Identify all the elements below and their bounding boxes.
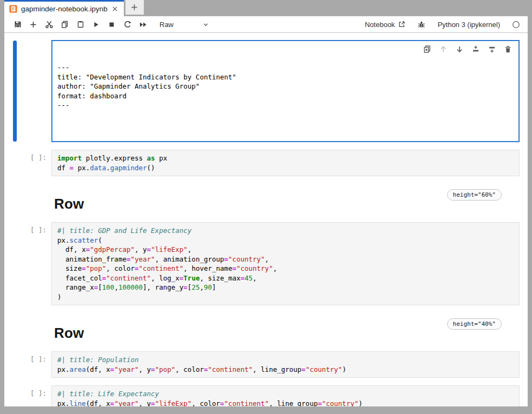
restart-kernel-icon — [123, 20, 132, 29]
interrupt-kernel-button[interactable] — [104, 17, 119, 31]
markdown-row-heading-2: Row height="40%" — [4, 318, 520, 342]
cell-scatter: [ ]: #| title: GDP and Life Expectancypx… — [4, 222, 520, 305]
cell-collapser[interactable] — [13, 150, 17, 176]
debugger-bug-icon — [417, 21, 425, 29]
cell-prompt: [ ]: — [4, 150, 51, 176]
cell-raw-frontmatter: ---title: "Development Indicators by Con… — [4, 40, 520, 142]
cell-editor-scatter[interactable]: #| title: GDP and Life Expectancypx.scat… — [51, 222, 520, 305]
notebook-file-icon — [9, 5, 17, 13]
jupyterlab-window: gapminder-notebook.ipynb — [0, 0, 532, 414]
duplicate-cell-button[interactable] — [423, 45, 431, 54]
cell-prompt — [4, 40, 51, 142]
cell-editor-area[interactable]: #| title: Populationpx.area(df, x="year"… — [51, 351, 520, 378]
insert-below-icon — [488, 45, 496, 54]
external-link-icon — [398, 21, 405, 28]
notebook-mode-label: Notebook — [365, 21, 395, 29]
insert-cell-button[interactable] — [25, 17, 41, 31]
delete-icon — [504, 45, 512, 54]
run-cell-button[interactable] — [88, 17, 104, 31]
new-tab-plus-icon — [130, 3, 138, 11]
kernel-status-circle-icon[interactable] — [512, 21, 520, 29]
cell-area: [ ]: #| title: Populationpx.area(df, x="… — [4, 351, 520, 378]
paste-cells-button[interactable] — [72, 17, 88, 31]
chevron-down-icon — [202, 21, 209, 28]
toolbar-right-group: Notebook Python 3 (ipykernel) — [365, 21, 520, 29]
insert-cell-below-button[interactable] — [488, 45, 496, 54]
cell-toolbar — [423, 45, 512, 54]
tab-label: gapminder-notebook.ipynb — [21, 5, 108, 13]
cell-editor-line[interactable]: #| title: Life Expectancypx.line(df, x="… — [51, 385, 520, 406]
kernel-name-button[interactable]: Python 3 (ipykernel) — [437, 21, 500, 29]
run-all-icon — [138, 21, 148, 29]
cell-prompt: [ ]: — [4, 351, 51, 378]
delete-cell-button[interactable] — [504, 45, 512, 54]
save-icon — [14, 20, 22, 29]
notebook-panel: Raw Notebook Python 3 (ipykernel) — [4, 16, 528, 406]
tab-gapminder-notebook[interactable]: gapminder-notebook.ipynb — [4, 0, 124, 16]
cut-icon — [45, 20, 54, 29]
row-heading: Row — [54, 189, 84, 212]
tab-close-icon[interactable] — [111, 5, 118, 12]
kernel-name-label: Python 3 (ipykernel) — [437, 21, 500, 29]
cell-collapser[interactable] — [13, 41, 17, 142]
cell-editor-imports[interactable]: import plotly.express as pxdf = px.data.… — [51, 150, 520, 176]
markdown-row-heading-1: Row height="60%" — [4, 189, 520, 212]
cell-type-dropdown[interactable]: Raw — [157, 19, 211, 30]
cell-collapser[interactable] — [13, 386, 17, 406]
cell-imports: [ ]: import plotly.express as pxdf = px.… — [4, 150, 520, 176]
stop-icon — [108, 21, 116, 29]
height-badge: height="40%" — [447, 318, 502, 330]
cell-prompt: [ ]: — [4, 385, 51, 406]
cut-cells-button[interactable] — [41, 17, 57, 31]
move-down-button[interactable] — [455, 45, 464, 54]
move-up-icon — [439, 45, 448, 54]
run-all-button[interactable] — [135, 17, 151, 31]
cell-collapser[interactable] — [13, 352, 17, 377]
debugger-button[interactable] — [417, 21, 425, 29]
notebook-content: ---title: "Development Indicators by Con… — [4, 33, 528, 406]
run-icon — [92, 21, 100, 29]
move-up-button[interactable] — [439, 45, 448, 54]
restart-kernel-button[interactable] — [119, 17, 135, 31]
cell-line: [ ]: #| title: Life Expectancypx.line(df… — [4, 385, 520, 406]
insert-cell-above-button[interactable] — [471, 45, 480, 54]
save-button[interactable] — [10, 17, 25, 31]
duplicate-icon — [423, 45, 431, 54]
copy-icon — [61, 20, 69, 29]
notebook-toolbar: Raw Notebook Python 3 (ipykernel) — [4, 16, 528, 33]
new-tab-button[interactable] — [125, 0, 144, 15]
height-badge: height="60%" — [447, 189, 502, 201]
cell-collapser[interactable] — [13, 223, 17, 305]
copy-cells-button[interactable] — [57, 17, 72, 31]
cell-editor-raw-frontmatter[interactable]: ---title: "Development Indicators by Con… — [51, 40, 520, 142]
paste-icon — [76, 20, 85, 29]
move-down-icon — [455, 45, 464, 54]
insert-above-icon — [471, 45, 480, 54]
cell-type-value: Raw — [159, 21, 174, 29]
row-heading: Row — [54, 318, 84, 342]
add-cell-icon — [29, 21, 37, 29]
notebook-mode-button[interactable]: Notebook — [365, 21, 406, 29]
tab-bar: gapminder-notebook.ipynb — [4, 0, 528, 16]
cell-prompt: [ ]: — [4, 222, 51, 305]
